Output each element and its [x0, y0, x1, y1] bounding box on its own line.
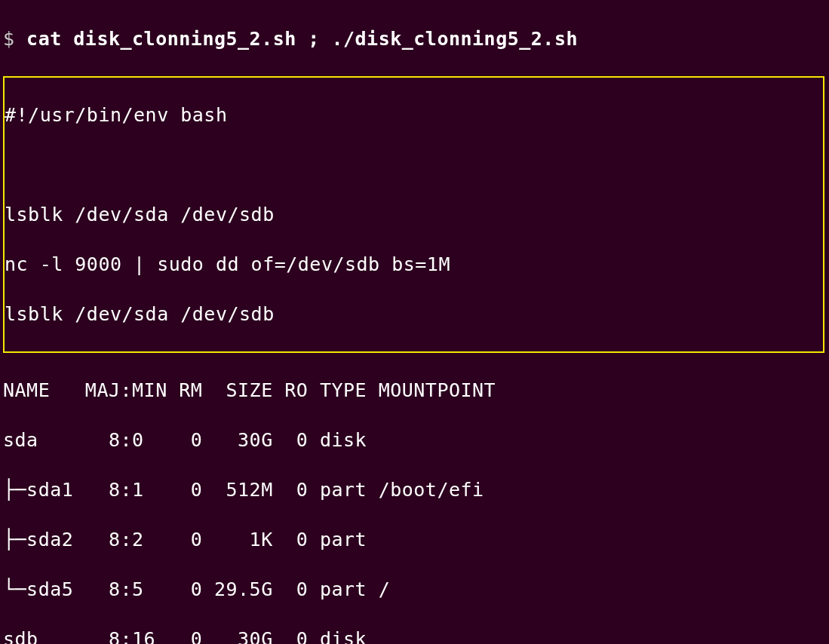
highlighted-script: #!/usr/bin/env bash lsblk /dev/sda /dev/… [3, 76, 824, 353]
lsblk-header: NAME MAJ:MIN RM SIZE RO TYPE MOUNTPOINT [3, 378, 826, 403]
script-line [5, 152, 823, 177]
command-line: $ cat disk_clonning5_2.sh ; ./disk_clonn… [3, 26, 826, 51]
lsblk-row: sdb 8:16 0 30G 0 disk [3, 627, 826, 644]
lsblk-row: sda 8:0 0 30G 0 disk [3, 428, 826, 452]
lsblk-row: └─sda5 8:5 0 29.5G 0 part / [3, 577, 826, 602]
entered-command: cat disk_clonning5_2.sh ; ./disk_clonnin… [26, 28, 578, 50]
script-line: lsblk /dev/sda /dev/sdb [5, 202, 823, 227]
lsblk-row: ├─sda1 8:1 0 512M 0 part /boot/efi [3, 477, 826, 502]
script-line: #!/usr/bin/env bash [5, 103, 823, 127]
lsblk-row: ├─sda2 8:2 0 1K 0 part [3, 527, 826, 552]
terminal-output[interactable]: $ cat disk_clonning5_2.sh ; ./disk_clonn… [0, 0, 829, 644]
prompt-char: $ [3, 28, 26, 50]
script-line: nc -l 9000 | sudo dd of=/dev/sdb bs=1M [5, 252, 823, 277]
script-line: lsblk /dev/sda /dev/sdb [5, 302, 823, 327]
